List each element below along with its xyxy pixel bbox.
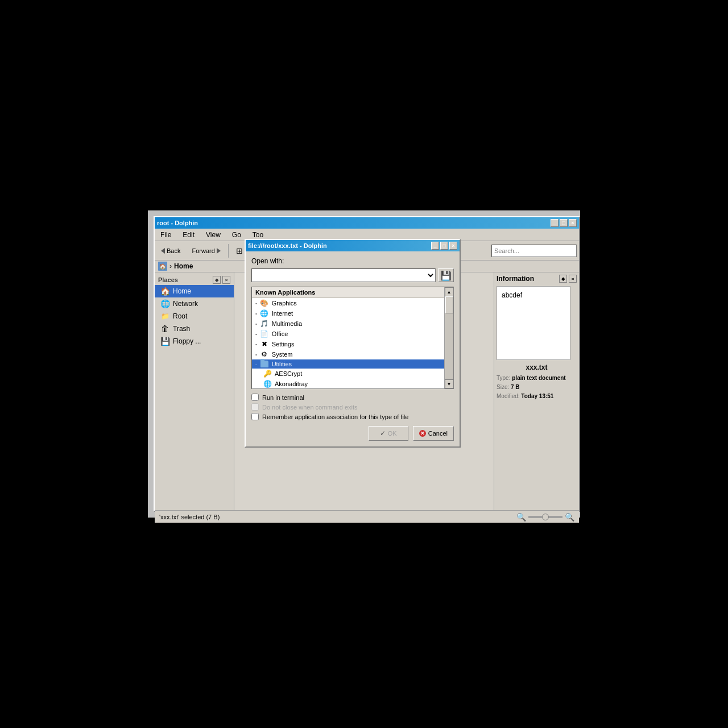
root-icon: 📁 (160, 312, 169, 321)
close-button[interactable]: × (569, 219, 577, 227)
info-panel-close-btn[interactable]: × (569, 275, 577, 283)
sidebar: Places ◆ × 🏠 Home 🌐 Network (155, 272, 234, 510)
menu-tools[interactable]: Too (249, 230, 267, 240)
app-list-container[interactable]: Known Applications • 🎨 Graphics • 🌐 Inte… (251, 287, 454, 389)
status-text: 'xxx.txt' selected (7 B) (159, 514, 220, 520)
utilities-folder-icon (260, 361, 268, 367)
minimize-button[interactable]: _ (551, 219, 559, 227)
menu-edit[interactable]: Edit (179, 230, 198, 240)
bullet-icon: • (255, 301, 257, 306)
combo-row: 💾 (251, 268, 454, 282)
run-in-terminal-checkbox[interactable] (251, 394, 259, 401)
dialog-maximize-btn[interactable]: □ (440, 242, 448, 250)
do-not-close-label: Do not close when command exits (262, 404, 358, 411)
maximize-button[interactable]: □ (560, 219, 568, 227)
zoom-out-button[interactable]: 🔍 (516, 512, 526, 522)
zoom-thumb (542, 514, 549, 520)
dialog-minimize-btn[interactable]: _ (431, 242, 439, 250)
open-with-dialog: file:///root/xxx.txt - Dolphin _ □ × Ope… (245, 239, 461, 448)
graphics-icon: 🎨 (260, 299, 268, 307)
akonaditray-icon: 🌐 (263, 380, 271, 388)
places-header: Places ◆ × (155, 275, 234, 285)
sidebar-item-home[interactable]: 🏠 Home (155, 285, 234, 297)
category-graphics[interactable]: • 🎨 Graphics (252, 298, 453, 308)
back-arrow-icon (161, 248, 165, 254)
sidebar-item-floppy[interactable]: 💾 Floppy ... (155, 335, 234, 348)
dialog-buttons: ✓ OK ✕ Cancel (251, 426, 454, 441)
info-panel-settings-btn[interactable]: ◆ (559, 275, 567, 283)
browse-button[interactable]: 💾 (438, 268, 454, 282)
scroll-down-button[interactable]: ▼ (445, 379, 454, 388)
dialog-body: Open with: 💾 Known Applications • 🎨 Grap… (246, 251, 460, 446)
back-button[interactable]: Back (157, 245, 184, 257)
scroll-thumb[interactable] (445, 296, 453, 313)
category-internet[interactable]: • 🌐 Internet (252, 308, 453, 318)
forward-button[interactable]: Forward (188, 245, 224, 257)
system-icon: ⚙ (260, 350, 268, 358)
remember-association-row: Remember application association for thi… (251, 413, 454, 420)
places-menu-btn[interactable]: ◆ (213, 276, 221, 284)
cancel-dot-icon: ✕ (419, 430, 426, 437)
settings-icon: ✖ (260, 340, 268, 348)
info-panel: Information ◆ × abcdef xxx.txt Type: pl (494, 272, 579, 510)
zoom-slider[interactable] (528, 516, 562, 518)
main-window-title: root - Dolphin (157, 220, 198, 226)
bullet-icon: • (255, 321, 257, 326)
menu-view[interactable]: View (202, 230, 224, 240)
search-input[interactable] (491, 245, 577, 257)
multimedia-icon: 🎵 (260, 320, 268, 328)
scroll-up-button[interactable]: ▲ (445, 287, 454, 296)
sidebar-item-root[interactable]: 📁 Root (155, 310, 234, 322)
category-utilities[interactable]: - Utilities (252, 359, 453, 369)
category-settings[interactable]: • ✖ Settings (252, 339, 453, 349)
app-list-scrollbar[interactable]: ▲ ▼ (444, 287, 453, 388)
info-preview: abcdef (497, 286, 570, 360)
zoom-in-button[interactable]: 🔍 (565, 512, 574, 522)
sidebar-item-network[interactable]: 🌐 Network (155, 297, 234, 310)
run-in-terminal-label: Run in terminal (262, 394, 304, 401)
network-icon: 🌐 (160, 299, 169, 308)
bullet-icon: • (255, 311, 257, 316)
app-item-aescrypt[interactable]: 🔑 AESCrypt (252, 369, 453, 379)
window-controls: _ □ × (551, 219, 577, 227)
bullet-icon: • (255, 332, 257, 337)
ok-button[interactable]: ✓ OK (369, 426, 408, 441)
info-meta: Type: plain text document Size: 7 B Modi… (497, 374, 577, 401)
remember-association-label: Remember application association for thi… (262, 413, 408, 420)
bullet-icon: - (255, 362, 257, 367)
category-office[interactable]: • 📄 Office (252, 329, 453, 339)
info-panel-header: Information ◆ × (497, 275, 577, 283)
zoom-control: 🔍 🔍 (516, 512, 574, 522)
menu-go[interactable]: Go (229, 230, 245, 240)
main-title-bar: root - Dolphin _ □ × (155, 217, 579, 229)
app-item-akonaditray[interactable]: 🌐 Akonaditray (252, 379, 453, 389)
sidebar-item-trash[interactable]: 🗑 Trash (155, 322, 234, 335)
do-not-close-row: Do not close when command exits (251, 403, 454, 411)
open-with-label: Open with: (251, 257, 454, 265)
info-filename: xxx.txt (497, 363, 577, 371)
internet-icon: 🌐 (260, 309, 268, 317)
bullet-icon: • (255, 342, 257, 347)
do-not-close-checkbox[interactable] (251, 403, 259, 411)
dialog-close-btn[interactable]: × (449, 242, 457, 250)
category-multimedia[interactable]: • 🎵 Multimedia (252, 318, 453, 329)
scroll-track (445, 296, 453, 379)
home-icon: 🏠 (160, 287, 169, 296)
remember-association-checkbox[interactable] (251, 413, 259, 420)
forward-arrow-icon (217, 248, 221, 254)
menu-file[interactable]: File (157, 230, 175, 240)
app-list-header: Known Applications (252, 287, 453, 298)
breadcrumb-current: Home (174, 262, 193, 270)
toolbar-separator (228, 244, 229, 258)
cancel-button[interactable]: ✕ Cancel (413, 426, 454, 441)
office-icon: 📄 (260, 330, 268, 338)
dialog-title-bar: file:///root/xxx.txt - Dolphin _ □ × (246, 240, 460, 251)
home-breadcrumb-icon: 🏠 (158, 262, 167, 271)
status-bar: 'xxx.txt' selected (7 B) 🔍 🔍 (155, 510, 579, 523)
bullet-icon: • (255, 352, 257, 357)
category-system[interactable]: • ⚙ System (252, 349, 453, 359)
places-close-btn[interactable]: × (222, 276, 230, 284)
run-in-terminal-row: Run in terminal (251, 394, 454, 401)
application-select[interactable] (251, 268, 436, 282)
ok-check-icon: ✓ (380, 429, 386, 437)
